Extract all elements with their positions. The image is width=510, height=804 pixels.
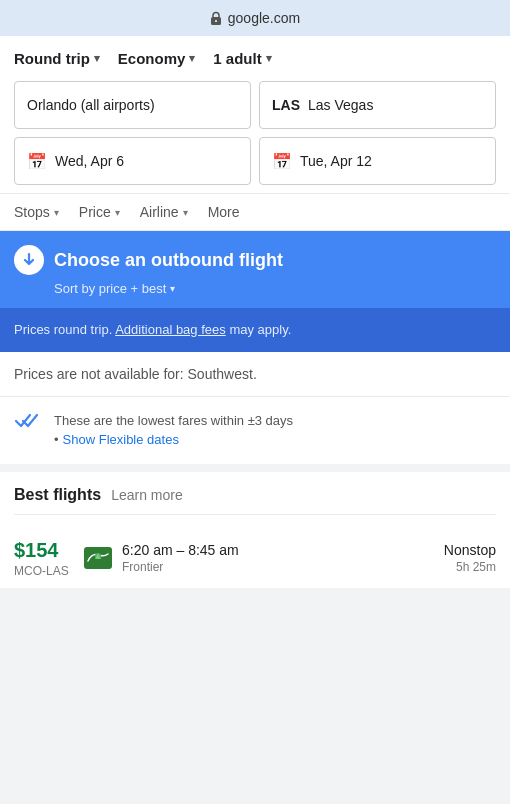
passengers-selector[interactable]: 1 adult ▾ — [213, 50, 271, 67]
outbound-title: Choose an outbound flight — [54, 250, 283, 271]
southwest-notice: Prices are not available for: Southwest. — [0, 352, 510, 397]
bullet-point: • — [54, 432, 59, 447]
price-notice: Prices round trip. Additional bag fees m… — [0, 308, 510, 352]
address-bar: google.com — [0, 0, 510, 36]
down-arrow-circle — [14, 245, 44, 275]
flight-time-range: 6:20 am – 8:45 am — [122, 542, 434, 558]
destination-field[interactable]: LAS Las Vegas — [259, 81, 496, 129]
price-chevron: ▾ — [115, 207, 120, 218]
best-flights-section: Best flights Learn more $154 MCO-LAS 6:2… — [0, 472, 510, 588]
svg-point-1 — [215, 20, 217, 22]
airline-logo — [84, 547, 112, 569]
trip-options-row: Round trip ▾ Economy ▾ 1 adult ▾ — [14, 50, 496, 67]
double-checkmark-icon — [14, 412, 42, 435]
price-notice-text: Prices round trip. Additional bag fees m… — [14, 322, 291, 337]
passengers-label: 1 adult — [213, 50, 261, 67]
stops-chevron: ▾ — [54, 207, 59, 218]
lowest-fares-text-block: These are the lowest fares within ±3 day… — [54, 411, 293, 450]
url-text: google.com — [228, 10, 300, 26]
trip-type-chevron: ▾ — [94, 52, 100, 65]
cabin-class-chevron: ▾ — [189, 52, 195, 65]
lowest-fares-label: These are the lowest fares within ±3 day… — [54, 413, 293, 428]
origin-field[interactable]: Orlando (all airports) — [14, 81, 251, 129]
outbound-banner: Choose an outbound flight Sort by price … — [0, 231, 510, 308]
airline-chevron: ▾ — [183, 207, 188, 218]
price-notice-prefix: Prices round trip. — [14, 322, 112, 337]
lock-icon — [210, 11, 222, 25]
southwest-text: Prices are not available for: Southwest. — [14, 366, 257, 382]
more-filter-label: More — [208, 204, 240, 220]
flight-price: $154 — [14, 539, 74, 562]
price-filter[interactable]: Price ▾ — [79, 204, 120, 220]
price-filter-label: Price — [79, 204, 111, 220]
best-flights-header: Best flights Learn more — [14, 486, 496, 515]
depart-date-field[interactable]: 📅 Wed, Apr 6 — [14, 137, 251, 185]
destination-code: LAS — [272, 97, 300, 113]
flight-nonstop-label: Nonstop — [444, 542, 496, 558]
filter-row: Stops ▾ Price ▾ Airline ▾ More — [0, 193, 510, 231]
cabin-class-label: Economy — [118, 50, 186, 67]
sort-label: Sort by price + best — [54, 281, 166, 296]
destination-name: Las Vegas — [308, 97, 373, 113]
return-date-field[interactable]: 📅 Tue, Apr 12 — [259, 137, 496, 185]
cabin-class-selector[interactable]: Economy ▾ — [118, 50, 196, 67]
price-notice-suffix: may apply. — [229, 322, 291, 337]
date-row: 📅 Wed, Apr 6 📅 Tue, Apr 12 — [14, 137, 496, 185]
flight-route: MCO-LAS — [14, 564, 74, 578]
stops-filter[interactable]: Stops ▾ — [14, 204, 59, 220]
flight-price-block: $154 MCO-LAS — [14, 539, 74, 578]
outbound-title-row: Choose an outbound flight — [14, 245, 496, 275]
trip-type-selector[interactable]: Round trip ▾ — [14, 50, 100, 67]
flight-stops-block: Nonstop 5h 25m — [444, 542, 496, 574]
depart-calendar-icon: 📅 — [27, 152, 47, 171]
more-filter[interactable]: More — [208, 204, 240, 220]
download-arrow-icon — [21, 252, 37, 268]
trip-type-label: Round trip — [14, 50, 90, 67]
airline-filter[interactable]: Airline ▾ — [140, 204, 188, 220]
flight-times-block: 6:20 am – 8:45 am Frontier — [122, 542, 434, 574]
return-date-label: Tue, Apr 12 — [300, 153, 372, 169]
bag-fees-link[interactable]: Additional bag fees — [115, 322, 226, 337]
origin-destination-row: Orlando (all airports) LAS Las Vegas — [14, 81, 496, 129]
stops-filter-label: Stops — [14, 204, 50, 220]
show-flexible-link[interactable]: Show Flexible dates — [63, 432, 179, 447]
flight-duration: 5h 25m — [444, 560, 496, 574]
airline-filter-label: Airline — [140, 204, 179, 220]
passengers-chevron: ▾ — [266, 52, 272, 65]
return-calendar-icon: 📅 — [272, 152, 292, 171]
flight-row[interactable]: $154 MCO-LAS 6:20 am – 8:45 am Frontier … — [14, 529, 496, 588]
learn-more-link[interactable]: Learn more — [111, 487, 183, 503]
sort-chevron: ▾ — [170, 283, 175, 294]
depart-date-label: Wed, Apr 6 — [55, 153, 124, 169]
sort-row[interactable]: Sort by price + best ▾ — [14, 281, 496, 308]
best-flights-title: Best flights — [14, 486, 101, 504]
origin-name: Orlando (all airports) — [27, 97, 155, 113]
flight-airline-name: Frontier — [122, 560, 434, 574]
lowest-fares-notice: These are the lowest fares within ±3 day… — [0, 397, 510, 472]
